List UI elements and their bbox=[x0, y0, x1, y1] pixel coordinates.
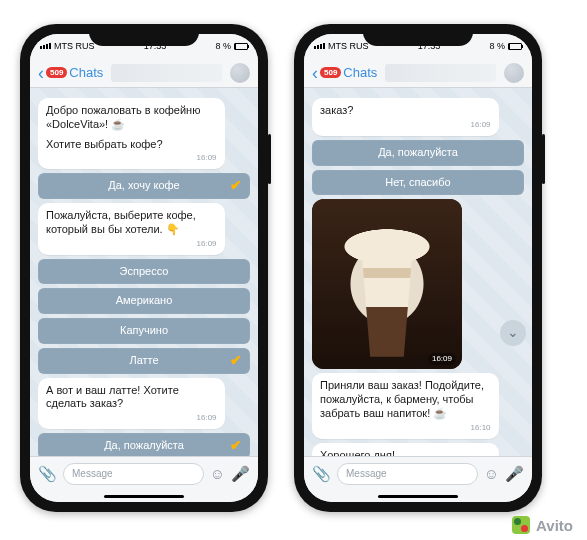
avito-logo-icon bbox=[512, 516, 530, 534]
option-latte[interactable]: Латте✔ bbox=[38, 348, 250, 374]
button-label: Да, пожалуйста bbox=[378, 146, 458, 158]
timestamp: 16:09 bbox=[428, 353, 456, 365]
timestamp: 16:09 bbox=[46, 239, 217, 249]
message-text: А вот и ваш латте! Хотите сделать заказ? bbox=[46, 384, 179, 410]
bot-message: заказ? 16:09 bbox=[312, 98, 499, 136]
reply-button-yes-coffee[interactable]: Да, хочу кофе ✔ bbox=[38, 173, 250, 199]
back-label[interactable]: Chats bbox=[69, 65, 103, 80]
placeholder-text: Message bbox=[72, 468, 113, 479]
attach-icon[interactable]: 📎 bbox=[38, 465, 57, 483]
bot-message: Добро пожаловать в кофейню «DolceVita»! … bbox=[38, 98, 225, 169]
reply-button-yes[interactable]: Да, пожалуйста✔ bbox=[38, 433, 250, 456]
attach-icon[interactable]: 📎 bbox=[312, 465, 331, 483]
input-bar: 📎 Message ☺ 🎤 bbox=[304, 456, 532, 490]
back-icon[interactable]: ‹ bbox=[312, 64, 318, 82]
sticker-icon[interactable]: ☺ bbox=[210, 465, 225, 482]
mic-icon[interactable]: 🎤 bbox=[231, 465, 250, 483]
message-text: Пожалуйста, выберите кофе, который вы бы… bbox=[46, 209, 196, 235]
phone-left: MTS RUS 17:33 8 % ‹ 509 Chats Добро пожа… bbox=[20, 24, 268, 512]
button-label: Да, хочу кофе bbox=[108, 179, 179, 191]
unread-badge: 509 bbox=[46, 67, 67, 78]
check-icon: ✔ bbox=[230, 437, 242, 455]
back-label[interactable]: Chats bbox=[343, 65, 377, 80]
message-text: Хотите выбрать кофе? bbox=[46, 138, 217, 152]
avatar[interactable] bbox=[504, 63, 524, 83]
bot-message: Пожалуйста, выберите кофе, который вы бы… bbox=[38, 203, 225, 255]
signal-icon bbox=[314, 43, 325, 49]
sticker-icon[interactable]: ☺ bbox=[484, 465, 499, 482]
bot-message: Хорошего дня! 16:10 bbox=[312, 443, 499, 457]
chat-header: ‹ 509 Chats bbox=[304, 58, 532, 88]
button-label: Латте bbox=[129, 354, 158, 366]
timestamp: 16:09 bbox=[46, 153, 217, 163]
latte-photo bbox=[312, 199, 462, 369]
bot-message: Приняли ваш заказ! Подойдите, пожалуйста… bbox=[312, 373, 499, 438]
option-americano[interactable]: Американо bbox=[38, 288, 250, 314]
chat-title-blurred bbox=[385, 64, 496, 82]
button-label: Эспрессо bbox=[120, 265, 169, 277]
photo-message[interactable]: 16:09 bbox=[312, 199, 462, 369]
notch bbox=[89, 24, 199, 46]
placeholder-text: Message bbox=[346, 468, 387, 479]
check-icon: ✔ bbox=[230, 177, 242, 195]
button-label: Нет, спасибо bbox=[385, 176, 450, 188]
back-icon[interactable]: ‹ bbox=[38, 64, 44, 82]
watermark-text: Avito bbox=[536, 517, 573, 534]
button-label: Капучино bbox=[120, 324, 168, 336]
battery-pct: 8 % bbox=[489, 41, 505, 51]
carrier-label: MTS RUS bbox=[54, 41, 95, 51]
check-icon: ✔ bbox=[230, 352, 242, 370]
bot-message: А вот и ваш латте! Хотите сделать заказ?… bbox=[38, 378, 225, 430]
message-text: Добро пожаловать в кофейню «DolceVita»! … bbox=[46, 104, 217, 132]
avatar[interactable] bbox=[230, 63, 250, 83]
message-text: Приняли ваш заказ! Подойдите, пожалуйста… bbox=[320, 379, 484, 419]
unread-badge: 509 bbox=[320, 67, 341, 78]
button-label: Да, пожалуйста bbox=[104, 439, 184, 451]
scroll-down-button[interactable]: ⌄ bbox=[500, 320, 526, 346]
chat-title-blurred bbox=[111, 64, 222, 82]
home-indicator bbox=[30, 490, 258, 502]
phone-right: MTS RUS 17:33 8 % ‹ 509 Chats заказ? 16:… bbox=[294, 24, 542, 512]
button-label: Американо bbox=[116, 294, 173, 306]
option-cappuccino[interactable]: Капучино bbox=[38, 318, 250, 344]
signal-icon bbox=[40, 43, 51, 49]
avito-watermark: Avito bbox=[512, 516, 573, 534]
carrier-label: MTS RUS bbox=[328, 41, 369, 51]
timestamp: 16:09 bbox=[320, 120, 491, 130]
input-bar: 📎 Message ☺ 🎤 bbox=[30, 456, 258, 490]
message-text: Хорошего дня! bbox=[320, 449, 395, 457]
option-espresso[interactable]: Эспрессо bbox=[38, 259, 250, 285]
mic-icon[interactable]: 🎤 bbox=[505, 465, 524, 483]
reply-button-yes[interactable]: Да, пожалуйста bbox=[312, 140, 524, 166]
battery-icon bbox=[508, 43, 522, 50]
battery-pct: 8 % bbox=[215, 41, 231, 51]
timestamp: 16:10 bbox=[320, 423, 491, 433]
reply-button-no[interactable]: Нет, спасибо bbox=[312, 170, 524, 196]
message-text: заказ? bbox=[320, 104, 353, 116]
chat-header: ‹ 509 Chats bbox=[30, 58, 258, 88]
message-input[interactable]: Message bbox=[337, 463, 478, 485]
battery-icon bbox=[234, 43, 248, 50]
home-indicator bbox=[304, 490, 532, 502]
chat-body[interactable]: заказ? 16:09 Да, пожалуйста Нет, спасибо… bbox=[304, 88, 532, 456]
notch bbox=[363, 24, 473, 46]
chat-body[interactable]: Добро пожаловать в кофейню «DolceVita»! … bbox=[30, 88, 258, 456]
timestamp: 16:09 bbox=[46, 413, 217, 423]
message-input[interactable]: Message bbox=[63, 463, 204, 485]
